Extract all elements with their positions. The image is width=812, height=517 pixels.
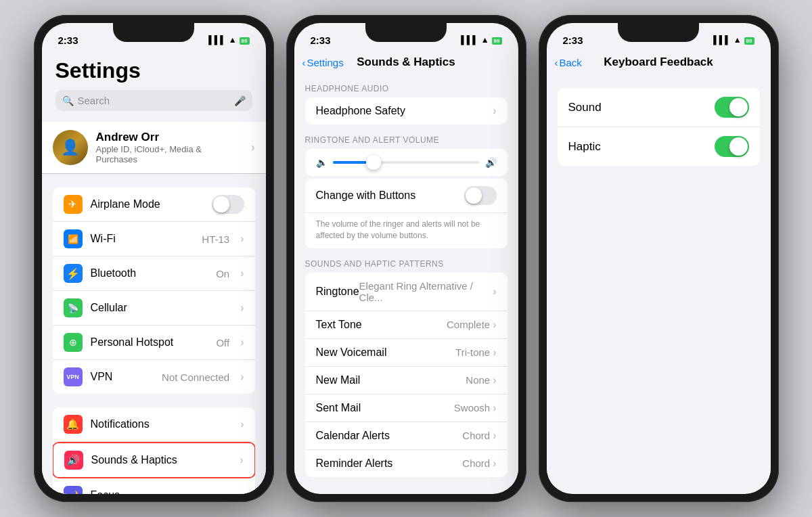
volume-low-icon: 🔈 [316,157,328,168]
sounds-haptics-icon: 🔊 [64,451,83,470]
kf-group: Sound Haptic [558,88,760,166]
hotspot-label: Personal Hotspot [91,336,208,349]
mic-icon: 🎤 [234,95,246,106]
vpn-item[interactable]: VPN VPN Not Connected › [53,360,255,394]
signal-icon-2: ▌▌▌ [461,35,478,45]
ringtone-section-label: RINGTONE AND ALERT VOLUME [294,126,518,149]
ringtone-item[interactable]: Ringtone Elegant Ring Alternative / Cle.… [305,273,508,311]
kf-haptic-toggle[interactable] [715,136,749,157]
sounds-back-button[interactable]: ‹ Settings [302,57,344,68]
headphone-section-label: HEADPHONE AUDIO [294,74,518,97]
wifi-item[interactable]: 📶 Wi-Fi HT-13 › [53,222,255,256]
text-tone-label: Text Tone [316,319,447,331]
calendar-alerts-chevron: › [493,430,496,442]
notch-2 [365,23,447,42]
notifications-item[interactable]: 🔔 Notifications › [53,407,255,442]
reminder-alerts-item[interactable]: Reminder Alerts Chord › [305,450,508,477]
connectivity-group: ✈ Airplane Mode 📶 Wi-Fi HT-13 › ⚡ Bl [53,187,255,394]
phone-2: 2:33 ▌▌▌ ▲ 89 ‹ Settings Sounds & Haptic… [286,15,526,502]
battery-icon-2: 89 [492,35,502,45]
airplane-mode-toggle[interactable] [212,195,244,214]
search-bar[interactable]: 🔍 Search 🎤 [55,90,252,111]
change-with-buttons-item[interactable]: Change with Buttons [305,179,508,213]
focus-item[interactable]: 🌙 Focus › [53,478,255,495]
kf-sound-toggle[interactable] [715,97,749,118]
reminder-alerts-chevron: › [493,457,496,470]
calendar-alerts-value: Chord [462,430,490,441]
battery-icon: 89 [240,35,250,45]
ringtone-label: Ringtone [316,286,359,298]
headphone-safety-chevron: › [493,105,496,117]
kf-nav-bar: ‹ Back Keyboard Feedback [547,53,771,74]
kf-sound-label: Sound [568,101,715,114]
volume-slider-thumb [366,155,381,170]
settings-title: Settings [55,58,252,83]
status-time-2: 2:33 [311,35,331,46]
kf-sound-item[interactable]: Sound [558,88,760,127]
cellular-chevron: › [240,302,244,314]
vpn-label: VPN [91,371,154,383]
sounds-nav-title: Sounds & Haptics [357,55,455,69]
cellular-icon: 📡 [64,298,83,317]
new-mail-item[interactable]: New Mail None › [305,367,508,395]
bluetooth-value: On [216,268,229,279]
signal-icon-3: ▌▌▌ [713,35,731,45]
profile-row[interactable]: 👤 Andrew Orr Apple ID, iCloud+, Media & … [42,122,266,174]
change-with-buttons-label: Change with Buttons [316,189,464,202]
sent-mail-label: Sent Mail [316,402,454,414]
notifications-icon: 🔔 [64,415,83,434]
bluetooth-item[interactable]: ⚡ Bluetooth On › [53,256,255,291]
kf-sound-toggle-knob [729,98,748,116]
headphone-group: Headphone Safety › [305,97,508,125]
profile-info: Andrew Orr Apple ID, iCloud+, Media & Pu… [96,131,244,164]
wifi-label: Wi-Fi [91,233,194,245]
wifi-icon: ▲ [229,35,237,45]
sounds-list: Ringtone Elegant Ring Alternative / Cle.… [305,273,508,477]
back-label: Settings [307,57,344,68]
airplane-mode-icon: ✈ [64,195,83,214]
calendar-alerts-item[interactable]: Calendar Alerts Chord › [305,422,508,450]
cellular-item[interactable]: 📡 Cellular › [53,291,255,325]
focus-label: Focus [91,489,233,495]
wifi-chevron: › [240,233,244,245]
profile-subtitle: Apple ID, iCloud+, Media & Purchases [96,144,244,164]
battery-icon-3: 89 [744,35,754,45]
kf-back-label: Back [560,57,582,68]
text-tone-item[interactable]: Text Tone Complete › [305,311,508,339]
kf-back-button[interactable]: ‹ Back [555,57,582,68]
notifications-group: 🔔 Notifications › 🔊 Sounds & Haptics › [53,407,255,494]
sounds-nav-bar: ‹ Settings Sounds & Haptics [294,53,518,74]
bluetooth-icon: ⚡ [64,264,83,283]
wifi-value: HT-13 [202,233,229,245]
focus-chevron: › [240,489,244,495]
wifi-icon-wrap: 📶 [64,229,83,248]
sounds-haptics-item[interactable]: 🔊 Sounds & Haptics › [53,443,254,477]
volume-slider-track[interactable] [333,161,480,164]
text-tone-value: Complete [447,319,490,330]
sent-mail-chevron: › [493,402,496,414]
settings-header: Settings 🔍 Search 🎤 [42,53,266,116]
status-time-3: 2:33 [563,35,583,46]
vpn-icon: VPN [64,367,83,386]
volume-note: The volume of the ringer and alerts will… [316,215,497,242]
airplane-mode-item[interactable]: ✈ Airplane Mode [53,187,255,222]
reminder-alerts-label: Reminder Alerts [316,457,463,470]
kf-haptic-label: Haptic [568,140,715,154]
new-voicemail-label: New Voicemail [316,346,456,359]
profile-chevron: › [251,141,254,154]
focus-icon: 🌙 [64,486,83,495]
kf-back-chevron: ‹ [555,57,558,68]
sent-mail-item[interactable]: Sent Mail Swoosh › [305,395,508,422]
status-icons-3: ▌▌▌ ▲ 89 [713,35,754,45]
hotspot-item[interactable]: ⊕ Personal Hotspot Off › [53,325,255,360]
new-mail-chevron: › [493,374,496,386]
change-with-buttons-toggle[interactable] [464,186,497,205]
reminder-alerts-value: Chord [462,457,490,469]
sounds-haptic-section-label: SOUNDS AND HAPTIC PATTERNS [294,250,518,273]
notch-3 [618,23,699,42]
headphone-safety-item[interactable]: Headphone Safety › [305,97,508,125]
new-voicemail-item[interactable]: New Voicemail Tri-tone › [305,339,508,367]
kf-haptic-item[interactable]: Haptic [558,127,760,166]
kf-nav-title: Keyboard Feedback [604,55,713,69]
vpn-chevron: › [240,371,244,383]
